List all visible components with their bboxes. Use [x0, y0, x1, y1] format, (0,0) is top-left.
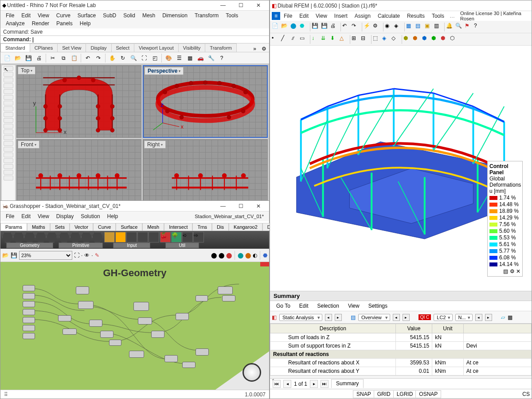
minimize-button[interactable]: — [214, 0, 232, 10]
load-icon[interactable]: ⇊ [321, 35, 330, 44]
gh-tab[interactable]: Params [0, 223, 27, 231]
undo-icon[interactable]: ↶ [83, 53, 93, 63]
menu-item[interactable]: Help [76, 20, 94, 27]
menu-item[interactable]: Edit [18, 212, 34, 220]
col-value[interactable]: Value [395, 324, 432, 333]
menu-item[interactable]: Settings [364, 302, 392, 310]
view-icon[interactable]: ◇ [391, 35, 400, 44]
load-icon[interactable]: ↓ [312, 35, 321, 44]
grid-icon[interactable]: ⊟ [361, 35, 370, 44]
filter-icon[interactable]: ▦ [508, 314, 512, 321]
paste-icon[interactable]: 📋 [69, 53, 79, 63]
gh-node[interactable] [196, 348, 209, 356]
gh-tab[interactable]: Trns [192, 223, 212, 231]
tool-icon[interactable]: ↖ [4, 66, 13, 71]
menu-item[interactable]: View [34, 12, 53, 20]
bell-icon[interactable]: 🔔 [446, 23, 455, 31]
render-icon[interactable]: 🎨 [164, 53, 173, 63]
table-icon[interactable]: ▥ [434, 23, 443, 31]
gh-tab[interactable]: Mesh [142, 223, 164, 231]
open-icon[interactable]: 📂 [281, 23, 290, 31]
grid-icon[interactable]: ▦ [185, 53, 195, 63]
tool-icon[interactable] [4, 101, 13, 106]
close-button[interactable]: ✕ [250, 201, 267, 211]
gear-icon[interactable]: ⚙ [259, 46, 269, 52]
save-icon[interactable]: 💾 [312, 23, 321, 31]
gh-node[interactable] [23, 333, 35, 339]
tool-icon[interactable] [4, 135, 13, 140]
gh-node[interactable] [78, 301, 94, 309]
gh-node[interactable] [138, 317, 152, 325]
gh-node[interactable] [222, 295, 235, 301]
toolbar-overflow-icon[interactable]: » [250, 46, 259, 52]
gh-node[interactable] [58, 315, 71, 321]
tool-icon[interactable] [4, 95, 13, 100]
menu-item[interactable]: Tools [222, 12, 242, 20]
control-panel-legend[interactable]: Control Panel Global Deformations u [mm]… [487, 161, 523, 277]
menu-item[interactable]: File [280, 12, 296, 20]
gh-tab[interactable]: Surface [116, 223, 142, 231]
col-note[interactable] [463, 324, 531, 333]
toolbar-tab[interactable]: Standard [0, 43, 30, 52]
gh-node[interactable] [100, 331, 113, 338]
component-icon[interactable]: 🌳 [171, 232, 182, 243]
wrench-icon[interactable]: 🔧 [206, 53, 216, 63]
zoom-icon[interactable]: 🔍 [129, 53, 138, 63]
menu-item[interactable]: Curve [53, 12, 74, 20]
menu-item[interactable]: Surface [74, 12, 99, 20]
gh-node[interactable] [76, 286, 89, 294]
gh-node[interactable] [23, 309, 35, 315]
block-icon[interactable]: ⬣ [300, 23, 309, 31]
show-icon[interactable]: ◈ [394, 23, 403, 31]
toolbar-tab[interactable]: Select [111, 43, 135, 52]
search-icon[interactable]: 🔍 [455, 23, 464, 31]
gh-tab[interactable]: Vector [70, 223, 93, 231]
menu-item[interactable]: Calculate [374, 12, 403, 20]
load-icon[interactable]: ⬇ [330, 35, 339, 44]
cube-icon[interactable]: ⬢ [422, 35, 431, 44]
gh-node[interactable] [23, 317, 35, 323]
gh-node[interactable] [129, 351, 144, 358]
sphere-icon[interactable]: ⬤ [238, 252, 243, 258]
menu-item[interactable]: Results [403, 12, 428, 20]
next-button[interactable]: ▸ [485, 314, 492, 321]
print-icon[interactable]: 🖨 [34, 53, 44, 63]
help-icon[interactable]: ? [217, 53, 227, 63]
rfem-viewport[interactable]: Control Panel Global Deformations u [mm]… [270, 46, 532, 291]
maximize-button[interactable]: ☐ [232, 0, 250, 10]
zoom-select[interactable]: 23% [19, 251, 72, 260]
menu-item[interactable]: Render [28, 20, 53, 27]
preview-icon[interactable]: ⬣ [263, 252, 267, 258]
tool-icon[interactable] [4, 78, 13, 82]
component-icon[interactable] [2, 232, 13, 243]
tool-icon[interactable] [4, 83, 13, 88]
gh-node[interactable] [23, 325, 35, 331]
menu-item[interactable]: Selection [313, 302, 344, 310]
menu-item[interactable]: SubD [99, 12, 120, 20]
tool-icon[interactable] [4, 158, 13, 163]
cube-icon[interactable]: ⬢ [431, 35, 440, 44]
copy-icon[interactable]: ⧉ [59, 53, 68, 63]
sketch-icon[interactable]: ✎ [95, 252, 99, 258]
close-button[interactable]: ✕ [250, 0, 267, 10]
viewport-top[interactable]: Top▾ yx [16, 65, 141, 138]
menu-item[interactable]: Assign [351, 12, 374, 20]
app-menu-icon[interactable]: ≡ [272, 12, 280, 20]
component-icon[interactable] [149, 232, 159, 243]
show-icon[interactable]: ◉ [385, 23, 394, 31]
table-row[interactable]: Sum of loads in Z5415.15kN [270, 333, 532, 342]
prev-button[interactable]: ◂ [393, 314, 400, 321]
menu-item[interactable]: View [344, 302, 364, 310]
gh-node[interactable] [23, 293, 35, 299]
toolbar-tab[interactable]: Viewport Layout [134, 43, 179, 52]
snap-toggle[interactable]: GRID [374, 390, 394, 398]
component-icon[interactable] [24, 232, 35, 243]
component-icon[interactable] [47, 232, 57, 243]
loadcase-extra[interactable]: N... [455, 314, 473, 321]
gh-category[interactable]: Util [165, 243, 199, 248]
save-icon[interactable]: 💾 [23, 53, 33, 63]
gh-node[interactable] [176, 313, 189, 320]
gh-node[interactable] [164, 355, 178, 362]
gh-canvas[interactable]: GH-Geometry [0, 262, 269, 390]
gh-category[interactable]: Primitive [59, 243, 103, 248]
